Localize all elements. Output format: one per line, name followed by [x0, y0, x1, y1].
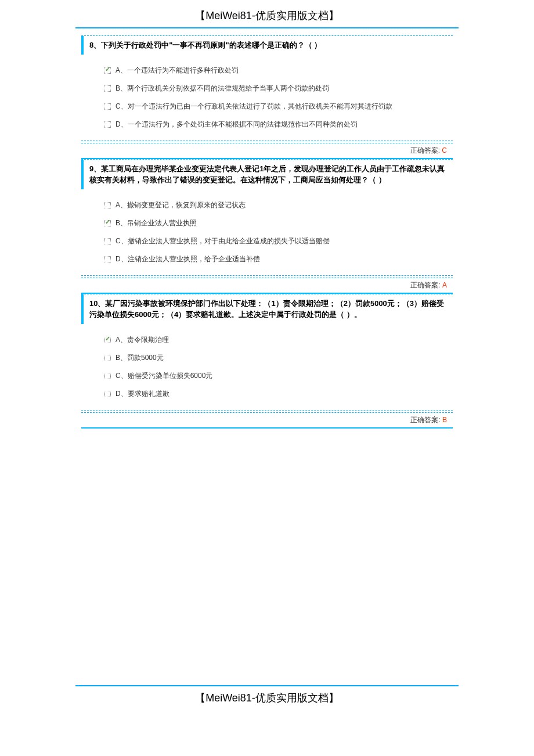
- question-title-bar: 9、某工商局在办理完毕某企业变更法定代表人登记1年之后，发现办理登记的工作人员由…: [81, 160, 453, 189]
- checkbox-icon[interactable]: [104, 238, 111, 244]
- option-label: A、一个违法行为不能进行多种行政处罚: [116, 66, 239, 75]
- content-area: 8、下列关于行政处罚中"一事不再罚原则"的表述哪个是正确的？（ ）A、一个违法行…: [81, 35, 453, 429]
- option-label: B、两个行政机关分别依据不同的法律规范给予当事人两个罚款的处罚: [116, 84, 329, 93]
- page-header: 【MeiWei81-优质实用版文档】: [75, 0, 459, 28]
- question-block: 10、某厂因污染事故被环境保护部门作出以下处理：（1）责令限期治理；（2）罚款5…: [81, 294, 453, 411]
- answer-bar: 正确答案: A: [81, 278, 453, 294]
- option-row: D、注销企业法人营业执照，给予企业适当补偿: [104, 250, 453, 268]
- options-list: A、撤销变更登记，恢复到原来的登记状态B、吊销企业法人营业执照C、撤销企业法人营…: [81, 189, 453, 275]
- option-row: A、责令限期治理: [104, 331, 453, 349]
- answer-bar: 正确答案: B: [81, 412, 453, 429]
- option-row: D、要求赔礼道歉: [104, 385, 453, 403]
- question-title: 8、下列关于行政处罚中"一事不再罚原则"的表述哪个是正确的？（ ）: [89, 39, 447, 51]
- checkbox-icon[interactable]: [104, 121, 111, 128]
- answer-label: 正确答案:: [410, 146, 442, 154]
- option-label: B、罚款5000元: [116, 353, 164, 363]
- checkbox-icon[interactable]: [104, 67, 111, 74]
- answer-value: A: [442, 281, 447, 289]
- options-list: A、责令限期治理B、罚款5000元C、赔偿受污染单位损失6000元D、要求赔礼道…: [81, 324, 453, 410]
- checkbox-icon[interactable]: [104, 391, 111, 397]
- checkbox-icon[interactable]: [104, 85, 111, 92]
- question-title: 9、某工商局在办理完毕某企业变更法定代表人登记1年之后，发现办理登记的工作人员由…: [89, 163, 447, 186]
- option-label: B、吊销企业法人营业执照: [116, 218, 197, 228]
- spacer: [0, 429, 534, 678]
- question-title-bar: 10、某厂因污染事故被环境保护部门作出以下处理：（1）责令限期治理；（2）罚款5…: [81, 294, 453, 324]
- answer-label: 正确答案:: [410, 281, 442, 289]
- checkbox-icon[interactable]: [104, 355, 111, 361]
- option-label: A、撤销变更登记，恢复到原来的登记状态: [116, 200, 246, 210]
- answer-bar: 正确答案: C: [81, 143, 453, 159]
- option-row: A、撤销变更登记，恢复到原来的登记状态: [104, 196, 453, 214]
- option-label: C、撤销企业法人营业执照，对于由此给企业造成的损失予以适当赔偿: [116, 236, 330, 246]
- question-title-bar: 8、下列关于行政处罚中"一事不再罚原则"的表述哪个是正确的？（ ）: [81, 36, 453, 55]
- option-label: C、对一个违法行为已由一个行政机关依法进行了罚款，其他行政机关不能再对其进行罚款: [116, 102, 392, 111]
- option-label: D、注销企业法人营业执照，给予企业适当补偿: [116, 254, 260, 264]
- question-block: 8、下列关于行政处罚中"一事不再罚原则"的表述哪个是正确的？（ ）A、一个违法行…: [81, 35, 453, 141]
- checkbox-icon[interactable]: [104, 337, 111, 343]
- option-label: A、责令限期治理: [116, 335, 169, 345]
- option-row: D、一个违法行为，多个处罚主体不能根据不同的法律规范作出不同种类的处罚: [104, 116, 453, 134]
- option-row: B、罚款5000元: [104, 349, 453, 367]
- option-row: C、撤销企业法人营业执照，对于由此给企业造成的损失予以适当赔偿: [104, 232, 453, 250]
- checkbox-icon[interactable]: [104, 373, 111, 379]
- option-row: B、两个行政机关分别依据不同的法律规范给予当事人两个罚款的处罚: [104, 80, 453, 98]
- checkbox-icon[interactable]: [104, 202, 111, 208]
- option-row: C、赔偿受污染单位损失6000元: [104, 367, 453, 385]
- options-list: A、一个违法行为不能进行多种行政处罚B、两个行政机关分别依据不同的法律规范给予当…: [81, 55, 453, 141]
- option-label: C、赔偿受污染单位损失6000元: [116, 371, 212, 381]
- option-row: B、吊销企业法人营业执照: [104, 214, 453, 232]
- checkbox-icon[interactable]: [104, 256, 111, 262]
- checkbox-icon[interactable]: [104, 103, 111, 110]
- page-footer: 【MeiWei81-优质实用版文档】: [75, 685, 459, 714]
- question-block: 9、某工商局在办理完毕某企业变更法定代表人登记1年之后，发现办理登记的工作人员由…: [81, 159, 453, 276]
- answer-value: C: [442, 146, 447, 154]
- option-label: D、要求赔礼道歉: [116, 389, 169, 399]
- question-title: 10、某厂因污染事故被环境保护部门作出以下处理：（1）责令限期治理；（2）罚款5…: [89, 298, 447, 321]
- option-label: D、一个违法行为，多个处罚主体不能根据不同的法律规范作出不同种类的处罚: [116, 120, 358, 129]
- checkbox-icon[interactable]: [104, 220, 111, 226]
- answer-value: B: [442, 416, 447, 424]
- option-row: C、对一个违法行为已由一个行政机关依法进行了罚款，其他行政机关不能再对其进行罚款: [104, 98, 453, 116]
- answer-label: 正确答案:: [410, 416, 442, 424]
- option-row: A、一个违法行为不能进行多种行政处罚: [104, 62, 453, 80]
